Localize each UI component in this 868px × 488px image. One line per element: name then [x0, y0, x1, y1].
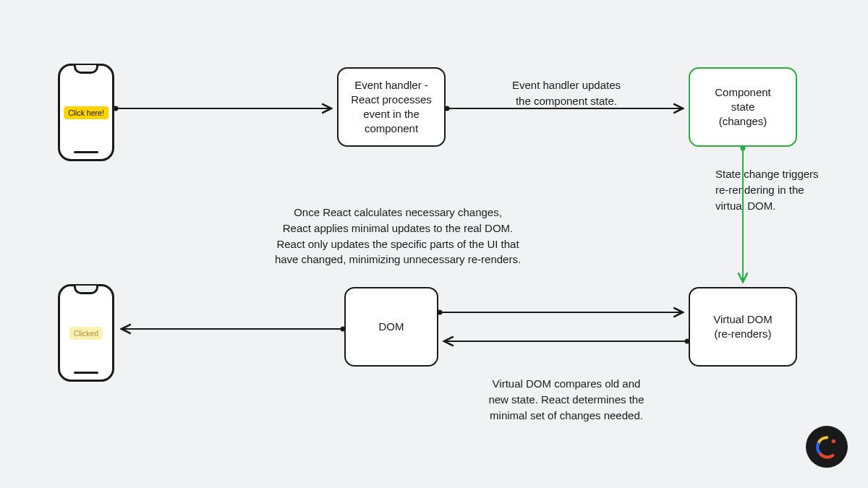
svg-point-12 [832, 440, 835, 443]
label-vdom-to-dom: Virtual DOM compares old andnew state. R… [461, 376, 671, 423]
node-text: Virtual DOM(re-renders) [713, 312, 772, 342]
node-text: Event handler -React processesevent in t… [351, 78, 432, 137]
phone-homebar-icon [74, 372, 98, 374]
node-event-handler: Event handler -React processesevent in t… [337, 67, 446, 147]
phone-button-before: Click here! [64, 106, 109, 119]
label-dom-update: Once React calculates necessary changes,… [257, 205, 539, 267]
node-text: Componentstate(changes) [715, 85, 771, 129]
phone-before: Click here! [58, 64, 114, 161]
brand-logo-icon [814, 435, 839, 459]
phone-notch-icon [74, 65, 98, 74]
phone-button-after: Clicked [69, 327, 103, 340]
node-component-state: Componentstate(changes) [689, 67, 797, 147]
node-dom: DOM [344, 287, 438, 367]
phone-homebar-icon [74, 151, 98, 153]
phone-after: Clicked [58, 284, 114, 382]
label-event-to-state: Event handler updatesthe component state… [469, 77, 664, 109]
label-state-to-vdom: State change triggersre-rendering in the… [715, 166, 846, 213]
node-virtual-dom: Virtual DOM(re-renders) [689, 287, 797, 367]
node-text: DOM [379, 320, 404, 334]
phone-notch-icon [74, 286, 98, 294]
brand-logo [806, 426, 848, 468]
